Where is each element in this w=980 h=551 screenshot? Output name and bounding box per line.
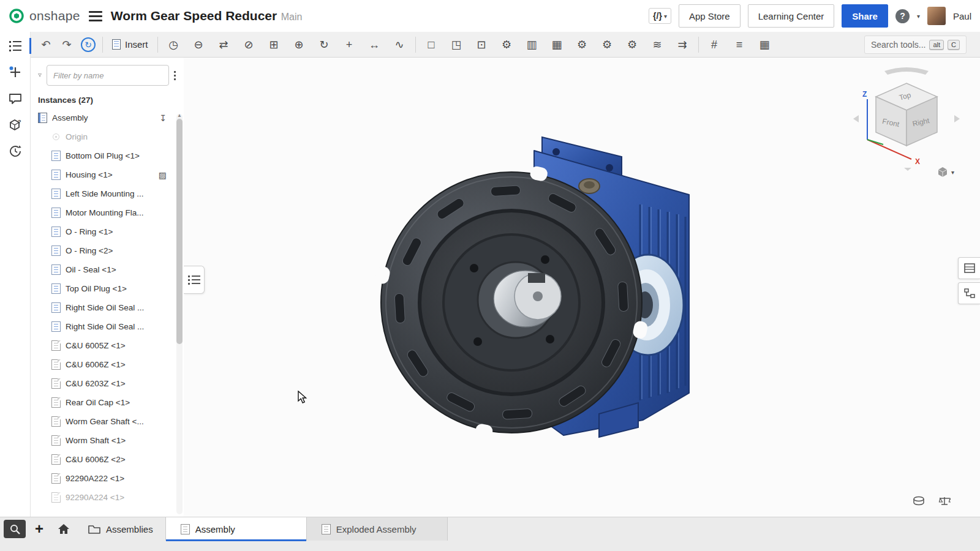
rack-pinion-relation-icon[interactable]: ⚙ xyxy=(595,32,620,57)
search-tools[interactable]: Search tools... alt C xyxy=(864,36,967,54)
hide-instances-icon[interactable]: # xyxy=(702,32,727,57)
trail-icon[interactable]: ▨ xyxy=(159,170,167,180)
tree-item-cu-6005z[interactable]: C&U 6005Z <1> xyxy=(31,336,184,355)
home-button[interactable] xyxy=(51,517,76,541)
measure-scale-icon[interactable] xyxy=(938,496,951,508)
instance-label: O - Ring <2> xyxy=(66,246,113,255)
scroll-up-icon[interactable]: ▲ xyxy=(177,113,182,118)
structure-flyout-button[interactable] xyxy=(958,282,980,304)
tree-item-bottom-oil-plug[interactable]: Bottom Oil Plug <1> xyxy=(31,146,184,165)
group-icon[interactable]: ▥ xyxy=(519,32,545,57)
tree-item-worm-shaft[interactable]: Worm Shaft <1> xyxy=(31,431,184,450)
tree-item-cu-6006z-2[interactable]: C&U 6006Z <2> xyxy=(31,450,184,469)
screw-relation-icon[interactable]: ⚙ xyxy=(620,32,645,57)
translate-tool-icon[interactable]: + xyxy=(337,32,362,57)
tree-item-worm-gear-shaft[interactable]: Worm Gear Shaft <... xyxy=(31,412,184,431)
insert-panel-button[interactable] xyxy=(6,63,24,81)
insert-part-icon[interactable]: ◳ xyxy=(444,32,469,57)
view-cube[interactable]: Top Front Right Z X xyxy=(851,66,962,171)
tree-item-cu-6203z[interactable]: C&U 6203Z <1> xyxy=(31,374,184,393)
tree-item-rear-oil-cap[interactable]: Rear Oil Cap <1> xyxy=(31,393,184,412)
redo-icon[interactable]: ↷ xyxy=(56,38,77,51)
model-tree-panel-button[interactable] xyxy=(6,37,24,55)
filter-funnel-icon[interactable] xyxy=(38,70,42,81)
exploded-view-icon[interactable]: ⇉ xyxy=(670,32,695,57)
list-view-icon[interactable] xyxy=(174,70,178,80)
undo-icon[interactable]: ↶ xyxy=(36,38,56,51)
worm-gear-speed-reducer-model[interactable] xyxy=(361,126,704,460)
left-icon-strip: ? xyxy=(0,32,31,517)
part-icon xyxy=(51,283,61,294)
cylindrical-mate-icon[interactable]: ⊖ xyxy=(186,32,211,57)
main-menu-icon[interactable] xyxy=(89,11,102,21)
trail-icon[interactable]: ↧ xyxy=(159,113,167,123)
bom-table-icon[interactable]: ▦ xyxy=(752,32,777,57)
tree-item-top-oil-plug[interactable]: Top Oil Plug <1> xyxy=(31,279,184,298)
insert-button[interactable]: Insert xyxy=(106,39,154,50)
tree-item-o-ring-1[interactable]: O - Ring <1> xyxy=(31,222,184,241)
filter-input[interactable] xyxy=(47,65,169,86)
comb-relation-icon[interactable]: ≋ xyxy=(645,32,670,57)
section-view-icon[interactable] xyxy=(913,496,925,508)
instance-label: Left Side Mounting ... xyxy=(66,189,144,198)
tree-item-origin[interactable]: Origin xyxy=(31,127,184,146)
instance-label: C&U 6006Z <2> xyxy=(66,455,126,464)
rotate-tool-icon[interactable]: ↻ xyxy=(312,32,337,57)
scrollbar-thumb[interactable] xyxy=(176,119,183,344)
panel-scrollbar[interactable]: ▲ xyxy=(176,114,183,514)
tab-assemblies-folder[interactable]: Assemblies xyxy=(76,517,166,541)
document-tabs-bar: + Assemblies Assembly Exploded Assembly xyxy=(0,517,980,551)
new-tab-button[interactable]: + xyxy=(27,517,51,541)
slider-mate-icon[interactable]: ⇄ xyxy=(211,32,236,57)
workspace-name: Main xyxy=(281,12,303,22)
logo-text: onshape xyxy=(29,9,80,23)
tree-item-o-ring-2[interactable]: O - Ring <2> xyxy=(31,241,184,260)
share-button[interactable]: Share xyxy=(842,4,888,28)
robot-mate-icon[interactable]: ⚙ xyxy=(494,32,519,57)
linear-motion-icon[interactable]: ↔ xyxy=(362,32,387,57)
box-select-icon[interactable]: □ xyxy=(419,32,444,57)
tab-label: Assemblies xyxy=(106,524,153,534)
tree-item-92290a224[interactable]: 92290A224 <1> xyxy=(31,488,184,507)
part-icon xyxy=(53,133,59,140)
onshape-logo[interactable]: onshape xyxy=(9,8,80,24)
avatar[interactable] xyxy=(927,7,946,25)
annotation-icon[interactable]: ≡ xyxy=(727,32,752,57)
revolute-mate-icon[interactable]: ⊘ xyxy=(236,32,262,57)
history-panel-button[interactable] xyxy=(6,142,24,160)
featurescript-button[interactable]: {/} xyxy=(649,8,671,24)
part-icon xyxy=(51,454,61,465)
tab-exploded-assembly[interactable]: Exploded Assembly xyxy=(307,517,448,541)
model-canvas[interactable]: Top Front Right Z X xyxy=(184,58,980,517)
parts-panel-button[interactable]: ? xyxy=(6,116,24,134)
bom-flyout-button[interactable] xyxy=(958,257,980,279)
insert-cylinder-icon[interactable]: ⊡ xyxy=(469,32,494,57)
toolbar-separator xyxy=(698,37,699,53)
search-tabs-button[interactable] xyxy=(4,520,26,538)
view-options-button[interactable] xyxy=(937,167,954,178)
fastened-mate-icon[interactable]: ⊕ xyxy=(287,32,312,57)
tree-item-motor-mounting-flange[interactable]: Motor Mounting Fla... xyxy=(31,203,184,222)
help-icon[interactable]: ? xyxy=(895,9,910,23)
spline-motion-icon[interactable]: ∿ xyxy=(387,32,412,57)
gear-relation-icon[interactable]: ⚙ xyxy=(570,32,595,57)
app-store-button[interactable]: App Store xyxy=(679,4,741,28)
filter-row xyxy=(31,58,184,91)
tree-item-92290a222[interactable]: 92290A222 <1> xyxy=(31,469,184,488)
learning-center-button[interactable]: Learning Center xyxy=(748,4,835,28)
tree-item-assembly[interactable]: Assembly ↧ xyxy=(31,108,184,127)
tree-item-right-side-oil-seal-2[interactable]: Right Side Oil Seal ... xyxy=(31,317,184,336)
chevron-down-icon[interactable] xyxy=(917,13,920,20)
pattern-icon[interactable]: ▦ xyxy=(545,32,570,57)
tree-item-cu-6006z[interactable]: C&U 6006Z <1> xyxy=(31,355,184,374)
comments-panel-button[interactable] xyxy=(6,89,24,108)
tab-assembly[interactable]: Assembly xyxy=(166,517,307,541)
update-icon[interactable]: ↻ xyxy=(81,37,96,52)
named-views-icon[interactable]: ◷ xyxy=(161,32,186,57)
planar-mate-icon[interactable]: ⊞ xyxy=(262,32,287,57)
tree-item-oil-seal[interactable]: Oil - Seal <1> xyxy=(31,260,184,279)
collapsed-panel-handle[interactable] xyxy=(184,266,205,294)
tree-item-housing[interactable]: Housing <1> ▨ xyxy=(31,165,184,184)
tree-item-left-side-mounting[interactable]: Left Side Mounting ... xyxy=(31,184,184,203)
tree-item-right-side-oil-seal-1[interactable]: Right Side Oil Seal ... xyxy=(31,298,184,317)
